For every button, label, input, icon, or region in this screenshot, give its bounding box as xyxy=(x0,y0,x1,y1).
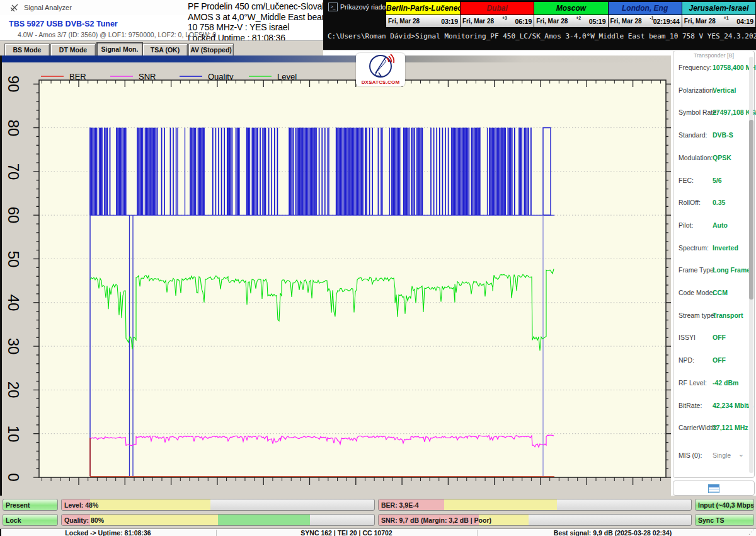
bar-label: Input (~40,3 Mbps) xyxy=(698,501,754,509)
transponder-sidebar: Transponder [B] Frequency:10758,400 MHzP… xyxy=(673,50,755,478)
clock-date-text: Fri, Mar 28 xyxy=(536,18,568,25)
param-label: Frame Type: xyxy=(679,266,716,274)
y-axis-label-70: 70 xyxy=(4,161,22,182)
y-axis-label-40: 40 xyxy=(4,292,22,313)
clock-time: 04:19 xyxy=(736,18,753,25)
param-label: CarrierWidth: xyxy=(679,424,718,431)
clock-utc-offset: +2 xyxy=(576,16,581,20)
bar-label: Quality: 80% xyxy=(64,516,104,524)
clock-date-text: Fri, Mar 28 xyxy=(610,18,642,25)
clock-0: Berlin-Paris-LučenecFri, Mar 2803:19 xyxy=(386,2,461,28)
param-row-spectrum: Spectrum:Inverted xyxy=(673,244,754,253)
y-axis-label-20: 20 xyxy=(4,379,22,400)
clock-city-label: Jerusalem-Israel xyxy=(682,2,755,15)
dxsatcs-logo: DXSATCS.COM xyxy=(356,53,405,86)
meter-bar-level: Level: 48% xyxy=(61,499,375,511)
param-value: Transport xyxy=(713,312,743,319)
param-row-bitrate: BitRate:42,234 Mbit/s xyxy=(673,402,754,411)
terminal-prompt-line: C:\Users\Roman Dávid>Signal Monitoring_P… xyxy=(328,32,756,40)
clock-date-text: Fri, Mar 28 xyxy=(462,18,494,25)
clock-utc-offset: +1 xyxy=(724,16,729,20)
param-value: OFF xyxy=(713,334,726,341)
satellite-dish-logo-art xyxy=(356,53,405,79)
y-axis-label-0: 0 xyxy=(4,467,22,488)
param-row-pilot: Pilot:Auto xyxy=(673,221,754,230)
header-line-2: AMOS 3 at 4,0°W_Middle East beam xyxy=(188,12,333,23)
tab-dt-mode[interactable]: DT Mode xyxy=(50,44,96,57)
param-row-npd: NPD:OFF xyxy=(673,356,754,365)
chevron-down-icon[interactable]: ⌄ xyxy=(738,450,744,458)
param-row-rolloff: RollOff:0.35 xyxy=(673,199,754,207)
bar-label: Present xyxy=(6,501,30,509)
param-label: RollOff: xyxy=(679,199,701,206)
bar-label: Lock xyxy=(6,516,21,524)
param-value: QPSK xyxy=(713,154,731,161)
param-label: NPD: xyxy=(679,356,694,364)
tuner-details: 4.0W - Amos 3/7 (ID: 3560) @ LOF1: 97500… xyxy=(18,31,216,38)
antenna-header-info: PF Prodelin 450 cm/Lučenec-Slovakia AMOS… xyxy=(188,1,333,43)
clock-city-label: Berlin-Paris-Lučenec xyxy=(386,2,460,15)
y-axis-label-60: 60 xyxy=(4,204,22,226)
meter-zone xyxy=(218,515,310,525)
signal-chart-panel: BERSNRQualityLevel DXSATCS.COM 010203040… xyxy=(0,55,671,498)
chart-title-strip xyxy=(2,55,671,62)
status-bar-present: Present xyxy=(3,499,58,511)
tab-tsa-ok-[interactable]: TSA (OK) xyxy=(142,44,188,57)
signal-plot xyxy=(25,76,671,492)
clock-4: Jerusalem-IsraelFri, Mar 28+104:19 xyxy=(682,2,755,28)
param-label: BitRate: xyxy=(679,402,702,409)
param-row-modulation: Modulation:QPSK xyxy=(673,154,754,163)
logo-text: DXSATCS.COM xyxy=(356,79,405,85)
param-value: Vertical xyxy=(713,86,736,94)
meter-bar-quality: Quality: 80% xyxy=(61,514,375,526)
param-label: RF Level: xyxy=(679,379,707,387)
param-value: DVB-S xyxy=(713,131,733,139)
tab-av-stopped-[interactable]: AV (Stopped) xyxy=(188,44,234,57)
tab-bs-mode[interactable]: BS Mode xyxy=(4,44,50,57)
resize-grip[interactable]: ⋰ xyxy=(748,528,755,535)
param-row-issyi: ISSYIOFF xyxy=(673,334,754,342)
scrollbar-thumb[interactable] xyxy=(749,120,753,300)
param-row-frametype: Frame Type:Long Frame xyxy=(673,266,754,275)
clock-2: MoscowFri, Mar 28+205:19 xyxy=(534,2,608,28)
command-prompt-icon: >_ xyxy=(328,3,338,11)
clock-date-text: Fri, Mar 28 xyxy=(684,18,716,25)
param-row-symbolrate: Symbol Rate:27497,108 KS/s xyxy=(673,108,754,117)
param-label: Standard: xyxy=(679,131,707,139)
param-label: Polarization: xyxy=(679,86,715,94)
param-label: Frequency: xyxy=(679,64,712,71)
param-value: -42 dBm xyxy=(713,379,738,387)
param-label: FEC: xyxy=(679,177,694,184)
param-row-streamtype: Stream type:Transport xyxy=(673,312,754,320)
param-label: Code Mode: xyxy=(679,289,714,296)
status-bar: Locked -> Uptime: 81:08:36 SYNC 162 | TE… xyxy=(0,528,756,536)
status-lock-uptime: Locked -> Uptime: 81:08:36 xyxy=(0,529,216,536)
param-value[interactable]: Single xyxy=(713,452,731,459)
command-prompt-window[interactable]: >_ Príkazový riadok Berlin-Paris-Lučenec… xyxy=(323,0,756,51)
param-label: Pilot: xyxy=(679,221,693,229)
param-value: Auto xyxy=(713,221,728,229)
y-axis-label-30: 30 xyxy=(4,335,22,357)
clock-3: London, EngFri, Mar 28-102:19:44 xyxy=(609,2,682,28)
param-row-polarization: Polarization:Vertical xyxy=(673,86,754,95)
bar-label: Sync TS xyxy=(698,516,724,524)
param-label: MIS (0): xyxy=(679,452,702,459)
clock-date-text: Fri, Mar 28 xyxy=(388,18,420,25)
meter-bar-snr: SNR: 9,7 dB (Margin: 3,2 dB | Poor) xyxy=(378,514,692,526)
transport-stream-button[interactable] xyxy=(673,481,755,496)
param-label: Stream type: xyxy=(679,312,716,319)
param-value: 37,121 MHz xyxy=(713,424,748,431)
clock-date-row: Fri, Mar 28+205:19 xyxy=(534,15,607,27)
param-row-rflevel: RF Level:-42 dBm xyxy=(673,379,754,388)
clock-city-label: Dubai xyxy=(461,2,534,15)
clock-date-row: Fri, Mar 28-102:19:44 xyxy=(609,15,682,27)
status-best-signal: Best signal: 9,9 dB (2025-03-28 02:34) xyxy=(477,529,748,536)
bar-label: SNR: 9,7 dB (Margin: 3,2 dB | Poor) xyxy=(381,516,491,524)
param-value: CCM xyxy=(713,289,728,296)
param-value: Inverted xyxy=(713,244,738,252)
param-label: ISSYI xyxy=(679,334,696,341)
signal-analyzer-icon xyxy=(10,3,19,12)
param-row-carrierwidth: CarrierWidth:37,121 MHz xyxy=(673,424,754,433)
clock-date-row: Fri, Mar 28+104:19 xyxy=(682,15,755,27)
sidebar-scrollbar[interactable] xyxy=(749,57,753,473)
